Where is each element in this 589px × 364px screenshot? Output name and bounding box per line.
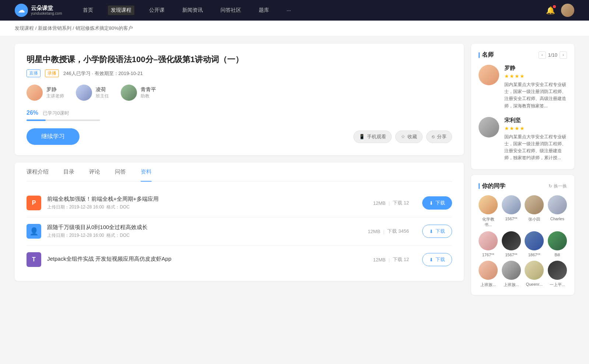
- resource-stats-0: 12MB | 下载 12: [373, 200, 409, 206]
- tab-review[interactable]: 评论: [89, 163, 100, 181]
- course-actions: 继续学习 📱 手机观看 ☆ 收藏 ⎋ 分享: [27, 128, 452, 145]
- download-button-2[interactable]: ⬇ 下载: [422, 253, 452, 266]
- classmate-name: 1767**: [482, 253, 494, 257]
- tab-resource[interactable]: 资料: [141, 163, 152, 181]
- teachers-widget-title: 名师: [479, 51, 494, 59]
- download-label-1: 下载: [435, 228, 445, 235]
- classmate-name: 1567**: [505, 217, 517, 221]
- download-icon-2: ⬇: [429, 257, 433, 263]
- main-layout: 明星中教授课，小学阶段语法100分–强化级第1讲动词（一） 直播 录播 246人…: [0, 36, 589, 308]
- action-collect[interactable]: ☆ 收藏: [395, 131, 423, 143]
- classmate-avatar: [479, 195, 498, 214]
- prev-page-button[interactable]: ‹: [539, 51, 546, 59]
- teacher-avatar-1: [76, 85, 92, 101]
- teachers-widget: 名师 ‹ 1/10 › 罗静 ★★★★ 国内某重点大学安全工程专业硕士，国家一级…: [471, 44, 574, 169]
- refresh-button[interactable]: ↻ 换一换: [549, 183, 567, 189]
- classmate-item[interactable]: Bill: [548, 231, 567, 257]
- classmate-name: 一上平...: [550, 282, 565, 288]
- nav-right: 🔔: [546, 4, 574, 17]
- nav-item-discover[interactable]: 发现课程: [108, 6, 134, 15]
- tab-qa[interactable]: 问答: [115, 163, 126, 181]
- resource-name-1: 跟随千万级项目从0到100全过程高效成长: [47, 224, 362, 231]
- next-page-button[interactable]: ›: [560, 51, 567, 59]
- nav-item-more[interactable]: ···: [284, 6, 294, 15]
- classmate-name: Queenr...: [526, 282, 543, 286]
- continue-button[interactable]: 继续学习: [27, 128, 80, 145]
- teacher-widget-avatar-1[interactable]: [479, 117, 499, 138]
- progress-bar-bg: [27, 119, 100, 121]
- teachers-row: 罗静 主讲老师 凌荷 班主任 青青平 助教: [27, 85, 452, 101]
- classmate-avatar: [548, 231, 567, 250]
- resource-stats-2: 12MB | 下载 12: [373, 256, 409, 263]
- teacher-name-2: 青青平: [141, 86, 156, 93]
- action-mobile[interactable]: 📱 手机观看: [353, 131, 392, 143]
- teacher-widget-avatar-0[interactable]: [479, 65, 499, 85]
- user-avatar[interactable]: [561, 4, 574, 17]
- classmate-item[interactable]: 上班族...: [479, 261, 498, 288]
- classmate-item[interactable]: 上班族...: [502, 261, 521, 288]
- classmate-item[interactable]: 张小田: [525, 195, 544, 228]
- action-collect-label: 收藏: [408, 133, 417, 140]
- progress-section: 26% 已学习0课时: [27, 110, 452, 121]
- download-icon-1: ⬇: [429, 229, 433, 234]
- classmates-title: 你的同学: [479, 182, 505, 190]
- resource-icon-2: T: [27, 252, 41, 267]
- tabs-header: 课程介绍 目录 评论 问答 资料: [27, 163, 452, 182]
- download-button-0[interactable]: ⬇ 下载: [422, 196, 452, 210]
- classmate-item[interactable]: 化学教书...: [479, 195, 498, 228]
- nav-item-qa[interactable]: 问答社区: [218, 6, 244, 15]
- page-info: 1/10: [548, 52, 557, 58]
- resource-item: P 前端全栈加强版！前端全栈+全周期+多端应用 上传日期：2019-12-28 …: [27, 189, 452, 217]
- nav-item-news[interactable]: 新闻资讯: [179, 6, 206, 15]
- mobile-icon: 📱: [359, 134, 365, 139]
- classmate-item[interactable]: 1567**: [502, 231, 521, 257]
- tab-catalog[interactable]: 目录: [63, 163, 74, 181]
- resource-info-1: 跟随千万级项目从0到100全过程高效成长 上传日期：2019-12-28 16:…: [47, 224, 362, 239]
- teacher-role-0: 主讲老师: [46, 93, 64, 99]
- teacher-role-1: 班主任: [96, 93, 109, 99]
- download-icon-0: ⬇: [429, 200, 433, 206]
- classmate-avatar: [479, 261, 498, 280]
- teacher-avatar-2: [121, 85, 137, 101]
- navbar: ☁ 云朵课堂 yunduoketang.com 首页 发现课程 公开课 新闻资讯…: [0, 0, 589, 21]
- resource-name-0: 前端全栈加强版！前端全栈+全周期+多端应用: [47, 196, 367, 203]
- nav-item-quiz[interactable]: 题库: [256, 6, 272, 15]
- classmate-item[interactable]: Queenr...: [525, 261, 544, 288]
- classmate-name: 上班族...: [504, 282, 519, 288]
- tabs-body: P 前端全栈加强版！前端全栈+全周期+多端应用 上传日期：2019-12-28 …: [27, 182, 452, 281]
- teacher-item-1: 凌荷 班主任: [76, 85, 109, 101]
- teacher-avatar-0: [27, 85, 43, 101]
- notification-dot: [553, 5, 556, 8]
- resource-info-2: Jetpack全组件实战 开发短视频应用高仿皮皮虾App: [47, 256, 367, 264]
- resource-icon-1: 👤: [27, 224, 41, 239]
- tab-intro[interactable]: 课程介绍: [27, 163, 49, 181]
- tabs-section: 课程介绍 目录 评论 问答 资料 P 前端全栈加强版！前端全栈+全周期+多端应用…: [15, 163, 464, 281]
- teacher-widget-name-1: 宋利坚: [504, 117, 567, 124]
- course-meta: 直播 录播 246人已学习 · 有效期至：2019-10-21: [27, 69, 452, 77]
- classmate-item[interactable]: 一上平...: [548, 261, 567, 288]
- nav-item-open[interactable]: 公开课: [146, 6, 167, 15]
- classmate-item[interactable]: 1567**: [502, 195, 521, 228]
- classmate-name: 张小田: [528, 217, 540, 222]
- nav-item-home[interactable]: 首页: [80, 6, 96, 15]
- classmate-avatar: [502, 261, 521, 280]
- action-share[interactable]: ⎋ 分享: [426, 131, 452, 143]
- teacher-item-2: 青青平 助教: [121, 85, 156, 101]
- breadcrumb-series[interactable]: 新媒体营销系列: [38, 25, 71, 31]
- classmate-name: 化学教书...: [479, 217, 498, 228]
- badge-live: 直播: [27, 69, 40, 77]
- resource-item: T Jetpack全组件实战 开发短视频应用高仿皮皮虾App 12MB | 下载…: [27, 246, 452, 274]
- teachers-widget-header: 名师 ‹ 1/10 ›: [479, 51, 567, 59]
- classmate-avatar: [525, 231, 544, 250]
- resource-meta-0: 上传日期：2019-12-28 16:00 格式：DOC: [47, 204, 367, 210]
- teacher-widget-row-1: 宋利坚 ★★★★ 国内某重点大学安全工程专业硕士，国家一级注册消防工程师、注册安…: [479, 117, 567, 162]
- download-button-1[interactable]: ⬇ 下载: [422, 225, 452, 238]
- classmate-item[interactable]: 1767**: [479, 231, 498, 257]
- logo[interactable]: ☁ 云朵课堂 yunduoketang.com: [15, 4, 62, 17]
- classmate-item[interactable]: Charles: [548, 195, 567, 228]
- notification-bell[interactable]: 🔔: [546, 6, 555, 15]
- classmate-item[interactable]: 1867**: [525, 231, 544, 257]
- logo-icon: ☁: [15, 4, 28, 17]
- breadcrumb-discover[interactable]: 发现课程: [15, 25, 34, 31]
- classmate-avatar: [525, 261, 544, 280]
